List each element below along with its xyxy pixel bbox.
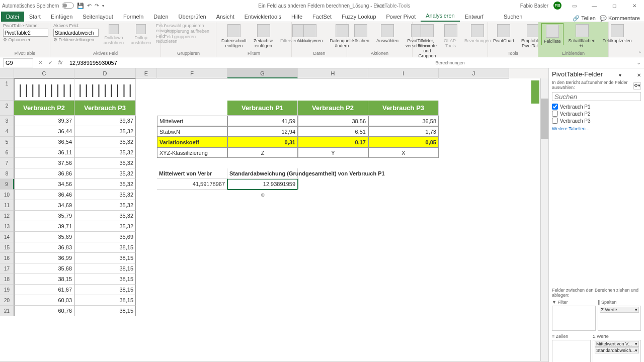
cell[interactable]: 38,15	[74, 306, 136, 316]
cell[interactable]	[136, 78, 157, 101]
schaltflachen-button[interactable]: Schaltflächen +/-	[567, 23, 598, 49]
user-name[interactable]: Fabio Basler	[520, 3, 548, 9]
cell[interactable]: Mittelwert von Verbr	[157, 168, 227, 179]
pivotname-input[interactable]	[3, 29, 48, 37]
werte-item-stabw[interactable]: Standardabweich...▾	[595, 347, 639, 353]
cell[interactable]: Standardabweichung (Grundgesamtheit) von…	[227, 168, 298, 179]
cell[interactable]	[368, 200, 439, 211]
cell[interactable]: 39,37	[14, 116, 74, 126]
cell[interactable]	[136, 274, 157, 285]
undo-icon[interactable]: ↶	[87, 3, 92, 9]
cell[interactable]	[439, 200, 509, 211]
cell[interactable]	[439, 116, 509, 126]
cell[interactable]	[136, 306, 157, 316]
cell[interactable]	[157, 263, 227, 274]
cell[interactable]	[439, 147, 509, 158]
cell[interactable]	[298, 78, 368, 101]
cell[interactable]	[298, 295, 368, 306]
cell[interactable]	[136, 253, 157, 263]
row-header[interactable]: 8	[0, 168, 14, 179]
optionen-button[interactable]: ⚙ Optionen ▾	[3, 37, 47, 42]
cell[interactable]: 41,59178967	[157, 179, 227, 190]
row-header[interactable]: 5	[0, 137, 14, 147]
row-header[interactable]: 7	[0, 158, 14, 168]
cell[interactable]	[136, 126, 157, 137]
col-header-d[interactable]: D	[74, 68, 136, 78]
cell[interactable]	[136, 221, 157, 232]
cell[interactable]	[136, 168, 157, 179]
redo-icon[interactable]: ↷	[95, 3, 99, 9]
cell[interactable]: 35,32	[74, 137, 136, 147]
pivotpane-dropdown-icon[interactable]: ▾	[619, 72, 621, 78]
name-box[interactable]	[3, 58, 33, 67]
cell[interactable]: 0,17	[298, 137, 368, 147]
cell[interactable]: 36,99	[14, 253, 74, 263]
cell[interactable]: 12,94	[227, 126, 298, 137]
cell[interactable]: 35,32	[74, 168, 136, 179]
row-header[interactable]: 13	[0, 221, 14, 232]
cell[interactable]	[157, 158, 227, 168]
cell[interactable]	[136, 137, 157, 147]
col-header-j[interactable]: J	[439, 68, 509, 78]
cell[interactable]	[368, 285, 439, 295]
aktualisieren-button[interactable]: Aktualisieren	[295, 23, 325, 44]
cell[interactable]	[368, 295, 439, 306]
feldkopfzeilen-button[interactable]: Feldkopfzeilen	[601, 23, 634, 44]
cell[interactable]: 36,83	[14, 242, 74, 253]
ribbon-display-icon[interactable]: ▭	[567, 1, 582, 11]
cell[interactable]: 38,15	[74, 274, 136, 285]
expand-fbar-icon[interactable]: ⌄	[633, 59, 644, 66]
cell[interactable]: 35,32	[74, 190, 136, 200]
cell[interactable]: 12,93891959	[227, 179, 298, 190]
cell[interactable]	[227, 158, 298, 168]
close-icon[interactable]: ✕	[627, 1, 642, 11]
cell[interactable]	[439, 253, 509, 263]
cell[interactable]: 61,67	[14, 285, 74, 295]
felder-button[interactable]: Felder, Elemente und Gruppen	[416, 23, 439, 59]
cell[interactable]	[298, 274, 368, 285]
cell[interactable]: 35,32	[74, 221, 136, 232]
cancel-formula-icon[interactable]: ✕	[36, 59, 44, 66]
cell[interactable]: 35,32	[74, 126, 136, 137]
row-header[interactable]: 4	[0, 126, 14, 137]
cell[interactable]	[157, 211, 227, 221]
cell[interactable]: Z	[227, 147, 298, 158]
pivotpane-gear-icon[interactable]: ⚙▾	[633, 82, 641, 89]
cell[interactable]: 35,32	[74, 158, 136, 168]
cell[interactable]	[368, 306, 439, 316]
cell[interactable]	[136, 116, 157, 126]
spalten-item-werte[interactable]: Σ Werte▾	[600, 307, 639, 313]
fx-icon[interactable]: fx	[56, 59, 64, 66]
cell[interactable]: 37,56	[14, 158, 74, 168]
field-verbrauch-p3[interactable]: Verbrauch P3	[552, 117, 641, 124]
cell[interactable]: 0,31	[227, 137, 298, 147]
maximize-icon[interactable]: ◻	[607, 1, 622, 11]
tab-uberprufen[interactable]: Überprüfen	[174, 12, 211, 22]
tab-formeln[interactable]: Formeln	[118, 12, 148, 22]
cell[interactable]: 35,69	[14, 232, 74, 242]
cell[interactable]	[439, 221, 509, 232]
area-werte[interactable]: Mittelwert von V...▾ Standardabweich...▾	[593, 340, 641, 362]
cell[interactable]	[227, 200, 298, 211]
pivotpane-close-icon[interactable]: ✕	[637, 72, 641, 78]
checkbox-p1[interactable]	[552, 104, 558, 110]
tab-hilfe[interactable]: Hilfe	[286, 12, 307, 22]
comments-button[interactable]: 💬 Kommentare	[600, 15, 640, 22]
cell[interactable]	[439, 285, 509, 295]
datenschnitt-button[interactable]: Datenschnitt einfügen	[219, 23, 249, 49]
cell[interactable]	[439, 158, 509, 168]
cell[interactable]: 36,54	[14, 137, 74, 147]
cell[interactable]	[368, 190, 439, 200]
cell[interactable]: Verbrauch P3	[368, 101, 439, 116]
cell[interactable]	[136, 295, 157, 306]
cell[interactable]: 36,11	[14, 147, 74, 158]
cell[interactable]	[136, 211, 157, 221]
cell[interactable]	[157, 78, 227, 101]
tab-daten[interactable]: Daten	[148, 12, 173, 22]
checkbox-p2[interactable]	[552, 111, 558, 117]
feldliste-button[interactable]: Feldliste	[541, 23, 564, 45]
cell[interactable]: 38,15	[74, 295, 136, 306]
vertical-scrollbar[interactable]	[540, 78, 548, 361]
cell[interactable]: |||||||||||||	[74, 78, 136, 101]
cell[interactable]: 36,44	[14, 126, 74, 137]
